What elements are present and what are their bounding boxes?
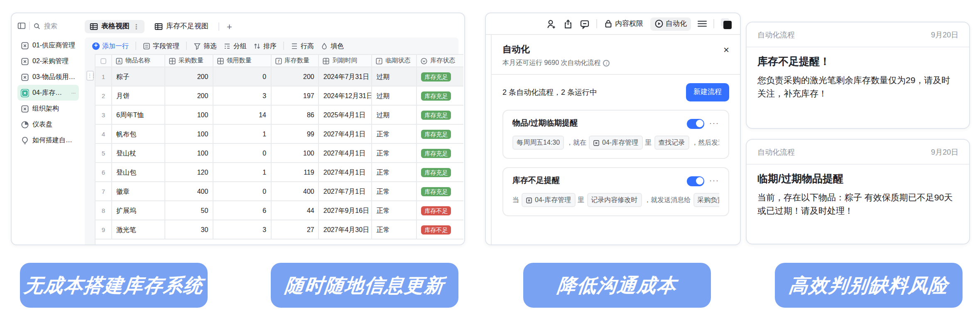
toggle-switch[interactable] bbox=[687, 176, 704, 186]
cell-expiry-date[interactable]: 2027年7月1日 bbox=[319, 182, 372, 201]
select-all-checkbox[interactable] bbox=[100, 58, 106, 64]
table-row[interactable]: 4 帆布包 100 1 99 2027年4月1日 正常 库存充足 bbox=[96, 125, 463, 144]
cell-purchase-qty[interactable]: 100 bbox=[165, 125, 213, 144]
cell-inventory-status[interactable]: 库存不足 bbox=[417, 201, 463, 220]
field-manage-button[interactable]: 字段管理 bbox=[143, 41, 179, 50]
cell-item-name[interactable]: 激光笔 bbox=[112, 220, 165, 240]
cell-expiry-status[interactable]: 过期 bbox=[372, 86, 417, 106]
cell-stock-qty[interactable]: 99 bbox=[271, 125, 319, 144]
row-number[interactable]: 2 bbox=[96, 86, 112, 106]
cell-item-name[interactable]: 帆布包 bbox=[112, 125, 165, 144]
cell-item-name[interactable]: 6周年T恤 bbox=[112, 106, 165, 125]
cell-inventory-status[interactable]: 库存不足 bbox=[417, 220, 463, 240]
cell-stock-qty[interactable]: 400 bbox=[271, 182, 319, 201]
cell-stock-qty[interactable]: 27 bbox=[271, 220, 319, 240]
cell-inventory-status[interactable]: 库存充足 bbox=[417, 67, 463, 86]
cell-stock-qty[interactable]: 119 bbox=[271, 163, 319, 182]
cell-used-qty[interactable]: 3 bbox=[213, 220, 271, 240]
cell-used-qty[interactable]: 0 bbox=[213, 67, 271, 86]
table-row[interactable]: 8 扩展坞 50 6 44 2027年9月16日 正常 库存不足 bbox=[96, 201, 463, 220]
cell-used-qty[interactable]: 0 bbox=[213, 144, 271, 163]
menu-icon[interactable] bbox=[698, 20, 707, 27]
row-number[interactable]: 6 bbox=[96, 163, 112, 182]
cell-item-name[interactable]: 登山杖 bbox=[112, 144, 165, 163]
cell-item-name[interactable]: 徽章 bbox=[112, 182, 165, 201]
search-input[interactable]: 搜索 bbox=[44, 21, 57, 30]
cell-stock-qty[interactable]: 100 bbox=[271, 144, 319, 163]
column-header[interactable]: 库存状态 bbox=[417, 55, 463, 67]
cell-expiry-status[interactable]: 正常 bbox=[372, 163, 417, 182]
cell-expiry-date[interactable]: 2027年4月1日 bbox=[319, 163, 372, 182]
drag-handle-icon[interactable] bbox=[86, 71, 94, 81]
row-number[interactable]: 5 bbox=[96, 144, 112, 163]
cell-used-qty[interactable]: 0 bbox=[213, 182, 271, 201]
cell-expiry-status[interactable]: 过期 bbox=[372, 67, 417, 86]
cell-expiry-status[interactable]: 正常 bbox=[372, 220, 417, 240]
sidebar-item[interactable]: 02-采购管理 bbox=[17, 53, 79, 69]
cell-expiry-date[interactable]: 2027年4月1日 bbox=[319, 144, 372, 163]
row-number[interactable]: 1 bbox=[96, 67, 112, 86]
cell-inventory-status[interactable]: 库存充足 bbox=[417, 144, 463, 163]
cell-expiry-status[interactable]: 正常 bbox=[372, 182, 417, 201]
cell-expiry-date[interactable]: 2024年7月31日 bbox=[319, 67, 372, 86]
sidebar-item[interactable]: 01-供应商管理 bbox=[17, 37, 79, 53]
comment-icon[interactable] bbox=[579, 19, 589, 29]
row-number[interactable]: 7 bbox=[96, 182, 112, 201]
more-icon[interactable]: ··· bbox=[71, 90, 76, 96]
info-icon[interactable]: i bbox=[603, 59, 610, 66]
collapse-panel-icon[interactable] bbox=[17, 22, 26, 30]
add-view-button[interactable]: + bbox=[224, 22, 235, 32]
row-number[interactable]: 4 bbox=[96, 125, 112, 144]
cell-purchase-qty[interactable]: 100 bbox=[165, 106, 213, 125]
cell-item-name[interactable]: 登山包 bbox=[112, 163, 165, 182]
cell-stock-qty[interactable]: 44 bbox=[271, 201, 319, 220]
add-row-button[interactable]: + 添加一行 bbox=[92, 41, 129, 50]
cell-inventory-status[interactable]: 库存充足 bbox=[417, 106, 463, 125]
cell-used-qty[interactable]: 1 bbox=[213, 125, 271, 144]
cell-used-qty[interactable]: 3 bbox=[213, 86, 271, 106]
flow-card-low-stock-reminder[interactable]: 库存不足提醒 ··· 当 bbox=[502, 167, 729, 216]
cell-inventory-status[interactable]: 库存充足 bbox=[417, 182, 463, 201]
cell-purchase-qty[interactable]: 200 bbox=[165, 67, 213, 86]
avatar[interactable] bbox=[721, 18, 732, 29]
cell-purchase-qty[interactable]: 400 bbox=[165, 182, 213, 201]
table-row[interactable]: 9 激光笔 30 3 27 2027年4月30日 正常 库存不足 bbox=[96, 220, 463, 240]
cell-inventory-status[interactable]: 库存充足 bbox=[417, 86, 463, 106]
share-icon[interactable] bbox=[563, 19, 573, 29]
cell-expiry-date[interactable]: 2027年9月16日 bbox=[319, 201, 372, 220]
cell-purchase-qty[interactable]: 100 bbox=[165, 144, 213, 163]
tab-grid-view[interactable]: 表格视图 ⋮ bbox=[85, 20, 145, 33]
column-header[interactable]: f 临期状态 bbox=[372, 55, 417, 67]
row-number[interactable]: 9 bbox=[96, 220, 112, 240]
cell-expiry-status[interactable]: 正常 bbox=[372, 125, 417, 144]
cell-expiry-date[interactable]: 2024年12月31日 bbox=[319, 86, 372, 106]
cell-purchase-qty[interactable]: 30 bbox=[165, 220, 213, 240]
group-button[interactable]: 分组 bbox=[223, 41, 247, 50]
cell-item-name[interactable]: 扩展坞 bbox=[112, 201, 165, 220]
cell-used-qty[interactable]: 14 bbox=[213, 106, 271, 125]
more-icon[interactable]: ··· bbox=[709, 120, 719, 127]
column-header[interactable]: 采购数量 bbox=[165, 55, 213, 67]
table-row[interactable]: 5 登山杖 100 0 100 2027年4月1日 正常 库存充足 bbox=[96, 144, 463, 163]
filter-button[interactable]: 筛选 bbox=[194, 41, 217, 50]
sidebar-item[interactable]: 仪表盘 bbox=[17, 116, 79, 132]
close-icon[interactable]: × bbox=[723, 45, 729, 55]
automation-button[interactable]: 自动化 bbox=[650, 17, 691, 30]
cell-expiry-status[interactable]: 过期 bbox=[372, 106, 417, 125]
table-row[interactable]: 2 月饼 200 3 197 2024年12月31日 过期 库存充足 bbox=[96, 86, 463, 106]
column-header[interactable]: 到期时间 bbox=[319, 55, 372, 67]
column-header[interactable]: 领用数量 bbox=[213, 55, 271, 67]
cell-expiry-date[interactable]: 2027年4月1日 bbox=[319, 125, 372, 144]
tab-menu-icon[interactable]: ⋮ bbox=[133, 23, 140, 30]
cell-expiry-status[interactable]: 正常 bbox=[372, 144, 417, 163]
cell-inventory-status[interactable]: 库存充足 bbox=[417, 163, 463, 182]
table-row[interactable]: 7 徽章 400 0 400 2027年7月1日 正常 库存充足 bbox=[96, 182, 463, 201]
sidebar-item[interactable]: 组织架构 bbox=[17, 101, 79, 116]
fill-color-button[interactable]: 填色 bbox=[321, 41, 344, 50]
cell-inventory-status[interactable]: 库存充足 bbox=[417, 125, 463, 144]
cell-expiry-status[interactable]: 正常 bbox=[372, 201, 417, 220]
row-number[interactable]: 3 bbox=[96, 106, 112, 125]
cell-purchase-qty[interactable]: 50 bbox=[165, 201, 213, 220]
new-flow-button[interactable]: 新建流程 bbox=[686, 83, 729, 101]
cell-item-name[interactable]: 月饼 bbox=[112, 86, 165, 106]
